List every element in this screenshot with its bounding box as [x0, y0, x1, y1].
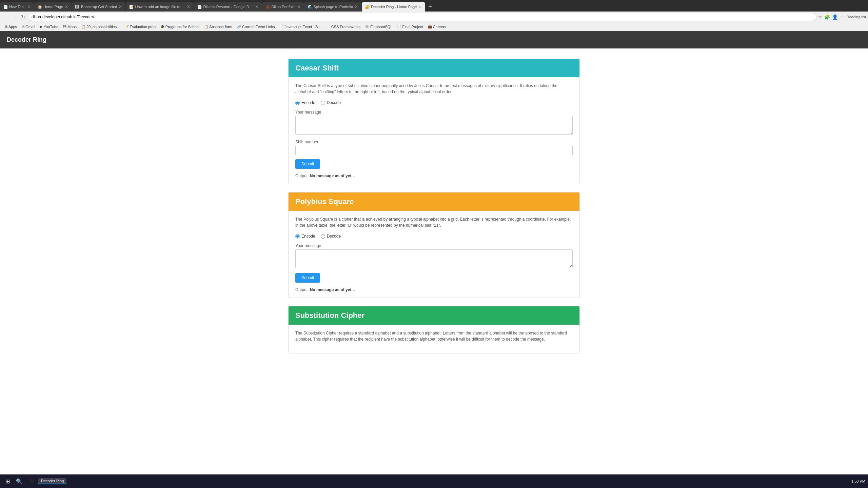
tab-label: Bootstrap Get Started	[81, 5, 117, 9]
taskbar-time: 1:50 PM	[851, 479, 865, 483]
bookmark-gmail[interactable]: ✉ Gmail	[20, 24, 37, 29]
tab-splash[interactable]: 🌊 Splash page to Portfolio ✕	[304, 2, 361, 12]
polybius-output-prefix: Output:	[295, 287, 309, 292]
bookmark-events[interactable]: 🔗 Current Event Links	[235, 24, 277, 29]
caesar-output: Output: No message as of yet...	[295, 174, 573, 178]
menu-icon[interactable]: ⋯	[840, 14, 845, 20]
final-icon: 📄	[397, 25, 401, 28]
address-bar[interactable]	[28, 13, 816, 21]
polybius-output-value: No message as of yet...	[310, 287, 355, 292]
bookmark-maps[interactable]: 🗺 Maps	[61, 24, 79, 29]
tab-label: Dillon Portfolio	[271, 5, 295, 9]
youtube-icon: ▶	[40, 25, 43, 28]
tab-portfolio[interactable]: 💼 Dillon Portfolio ✕	[262, 2, 304, 12]
caesar-decode-text: Decode	[327, 100, 341, 105]
close-icon[interactable]: ✕	[65, 4, 68, 9]
caesar-submit-button[interactable]: Submit	[295, 159, 320, 169]
caesar-decode-radio[interactable]	[321, 101, 325, 105]
caesar-encode-radio[interactable]	[295, 101, 300, 105]
bookmark-label: 20 job possibilities...	[86, 25, 120, 29]
bookmark-final[interactable]: 📄 Final Project	[395, 24, 425, 29]
polybius-submit-button[interactable]: Submit	[295, 273, 320, 283]
start-button[interactable]: ⊞	[3, 477, 13, 486]
taskbar-task-view-icon[interactable]: ⧉	[26, 476, 37, 487]
caesar-encode-label[interactable]: Encode	[295, 100, 315, 105]
tab-favicon: 🏠	[38, 5, 42, 9]
bookmark-label: Apps	[8, 25, 17, 29]
close-icon[interactable]: ✕	[27, 4, 31, 9]
back-button[interactable]: ←	[2, 14, 9, 20]
caesar-shift-label: Shift number	[295, 140, 573, 144]
caesar-message-input[interactable]	[295, 116, 573, 135]
polybius-encode-radio[interactable]	[295, 234, 300, 239]
star-icon[interactable]: ☆	[818, 14, 822, 20]
bookmark-apps[interactable]: ⊞ Apps	[3, 24, 19, 29]
caesar-shift-group: Shift number	[295, 140, 573, 155]
close-icon[interactable]: ✕	[418, 4, 422, 9]
tab-bootstrap[interactable]: 🅱 Bootstrap Get Started ✕	[72, 2, 125, 12]
polybius-decode-label[interactable]: Decode	[321, 234, 341, 239]
close-icon[interactable]: ✕	[255, 4, 258, 9]
polybius-description: The Polybius Square is a cipher that is …	[295, 216, 573, 228]
tab-home-page[interactable]: 🏠 Home Page ✕	[34, 2, 72, 12]
close-icon[interactable]: ✕	[355, 4, 358, 9]
extensions-icon[interactable]: 🧩	[824, 14, 830, 20]
tab-label: New Tab	[9, 5, 25, 9]
new-tab-button[interactable]: +	[426, 2, 435, 12]
substitution-section: Substitution Cipher The Substitution Cip…	[288, 306, 580, 353]
substitution-header: Substitution Cipher	[289, 306, 579, 325]
forward-button[interactable]: →	[11, 14, 18, 20]
polybius-decode-radio[interactable]	[321, 234, 325, 239]
bookmark-label: Careers	[433, 25, 446, 29]
bookmark-elephant[interactable]: 🐘 ElephantSQL	[363, 24, 394, 29]
events-icon: 🔗	[237, 25, 241, 28]
elephant-icon: 🐘	[365, 25, 369, 28]
bookmark-js-event[interactable]: 📄 Javascript Event 12/...	[278, 24, 323, 29]
bookmark-label: Maps	[67, 25, 77, 29]
bookmark-label: ElephantSQL	[370, 25, 392, 29]
polybius-output: Output: No message as of yet...	[295, 287, 573, 292]
tab-decoder[interactable]: 🔐 Decoder Ring - Home Page ✕	[362, 2, 425, 12]
substitution-heading: Substitution Cipher	[295, 311, 573, 320]
polybius-encode-label[interactable]: Encode	[295, 234, 315, 239]
main-content: Caesar Shift The Caesar Shift is a type …	[281, 59, 587, 353]
tab-vscode[interactable]: 📝 How to add an image file to vsc... ✕	[126, 2, 194, 12]
reading-list-label[interactable]: Reading list	[847, 15, 866, 19]
bookmark-css[interactable]: 📄 CSS Frameworks	[324, 24, 362, 29]
caesar-body: The Caesar Shift is a type of substituti…	[289, 77, 579, 184]
close-icon[interactable]: ✕	[119, 4, 122, 9]
polybius-message-label: Your message	[295, 243, 573, 248]
tab-favicon: 📝	[129, 5, 133, 9]
page-title-bar: Decoder Ring	[0, 31, 868, 48]
taskbar-active-app[interactable]: Decoder Ring	[38, 478, 66, 484]
bookmark-absence[interactable]: 📋 Absence form	[202, 24, 234, 29]
polybius-message-group: Your message	[295, 243, 573, 269]
bookmark-careers[interactable]: 💼 Careers	[426, 24, 448, 29]
bookmark-programs[interactable]: 🎓 Programs for School	[158, 24, 201, 29]
tab-favicon: 💼	[265, 5, 270, 9]
taskbar-search-icon[interactable]: 🔍	[14, 476, 25, 487]
polybius-message-input[interactable]	[295, 249, 573, 268]
close-icon[interactable]: ✕	[297, 4, 300, 9]
caesar-header: Caesar Shift	[289, 59, 579, 77]
polybius-decode-text: Decode	[327, 234, 341, 239]
profile-icon[interactable]: 👤	[832, 14, 838, 20]
bookmark-label: YouTube	[44, 25, 58, 29]
js-icon: 📄	[280, 25, 284, 28]
caesar-shift-input[interactable]	[295, 146, 573, 155]
bookmark-youtube[interactable]: ▶ YouTube	[38, 24, 60, 29]
toolbar-icons: ☆ 🧩 👤 ⋯ Reading list	[818, 14, 866, 20]
bookmark-20jobs[interactable]: 📋 20 job possibilities...	[79, 24, 122, 29]
substitution-description: The Substitution Cipher requires a stand…	[295, 330, 573, 342]
tab-new-tab[interactable]: 📄 New Tab ✕	[0, 2, 34, 12]
page-title: Decoder Ring	[7, 36, 46, 43]
close-icon[interactable]: ✕	[187, 4, 190, 9]
page-content: Decoder Ring Caesar Shift The Caesar Shi…	[0, 31, 868, 488]
bookmark-eval[interactable]: 📝 Evaluation prep	[122, 24, 157, 29]
caesar-decode-label[interactable]: Decode	[321, 100, 341, 105]
tab-resume[interactable]: 📄 Dillon's Resume - Google Docs ✕	[194, 2, 262, 12]
caesar-message-label: Your message	[295, 110, 573, 115]
tab-favicon: 🅱	[75, 5, 79, 9]
reload-button[interactable]: ↻	[20, 14, 26, 20]
maps-icon: 🗺	[63, 25, 66, 28]
